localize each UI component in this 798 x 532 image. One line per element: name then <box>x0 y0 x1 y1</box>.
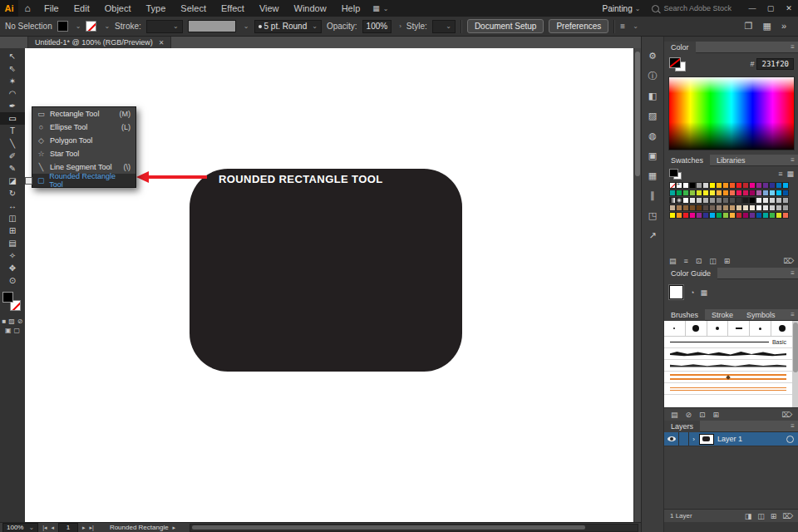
swatch[interactable] <box>736 190 742 196</box>
swatch[interactable] <box>749 212 756 219</box>
swatch[interactable] <box>696 212 702 219</box>
asset-export-icon[interactable]: ↗ <box>644 229 661 241</box>
swatch[interactable] <box>776 190 782 196</box>
swatch[interactable] <box>716 212 722 219</box>
swatch[interactable] <box>769 190 776 196</box>
fill-color-swatch[interactable] <box>57 21 68 32</box>
style-dropdown[interactable]: ⌄ <box>432 20 456 33</box>
menu-view[interactable]: View <box>252 0 287 17</box>
show-swatch-kinds-icon[interactable]: ≡ <box>684 257 688 265</box>
preferences-button[interactable]: Preferences <box>549 19 608 33</box>
mesh-tool[interactable]: ⊞ <box>0 224 25 237</box>
delete-layer-icon[interactable]: ⌦ <box>782 512 793 520</box>
panel-menu-icon[interactable]: ≡ <box>791 422 798 430</box>
swatch[interactable] <box>696 197 702 204</box>
swatch[interactable] <box>749 190 756 196</box>
rotate-tool[interactable]: ↻ <box>0 187 25 200</box>
swatch[interactable] <box>676 204 682 211</box>
swatch[interactable] <box>762 212 769 219</box>
tab-stroke[interactable]: Stroke <box>705 309 740 321</box>
hex-value-field[interactable]: 231f20 <box>756 58 794 70</box>
swatch[interactable] <box>716 197 722 204</box>
swatch[interactable] <box>702 212 709 219</box>
brush-definition-dropdown[interactable]: 5 pt. Round ⌄ <box>254 20 322 33</box>
swatch[interactable] <box>736 182 742 189</box>
swatch[interactable] <box>729 212 736 219</box>
tab-layers[interactable]: Layers <box>664 421 700 432</box>
delete-brush-icon[interactable]: ⌦ <box>781 411 792 419</box>
flyout-item-star-tool[interactable]: ☆Star Tool <box>32 147 135 160</box>
eraser-tool[interactable]: ◪ <box>0 175 25 187</box>
swatch[interactable] <box>669 212 676 219</box>
swatch[interactable] <box>742 204 749 211</box>
graphic-styles-icon[interactable]: ▣ <box>644 150 661 161</box>
appearance-icon[interactable]: ◍ <box>644 130 661 141</box>
flyout-item-rectangle-tool[interactable]: ▭Rectangle Tool(M) <box>32 107 135 121</box>
fill-indicator[interactable] <box>2 292 13 303</box>
flyout-item-polygon-tool[interactable]: ◇Polygon Tool <box>32 134 135 147</box>
opacity-field[interactable]: 100% <box>362 20 392 33</box>
tab-libraries[interactable]: Libraries <box>710 155 752 166</box>
gradient-tool[interactable]: ▤ <box>0 237 25 249</box>
brush-preset[interactable] <box>686 321 707 336</box>
brush-basic[interactable]: Basic <box>664 337 792 348</box>
swatch[interactable] <box>742 197 749 204</box>
more-options-icon[interactable]: ≡ <box>620 22 625 31</box>
direct-selection-tool[interactable]: ⇖ <box>0 62 25 75</box>
swatch[interactable] <box>709 190 716 196</box>
last-artboard-button[interactable]: ▸| <box>90 525 94 531</box>
swatch[interactable] <box>756 197 762 204</box>
swatch[interactable] <box>702 197 709 204</box>
swatch[interactable] <box>762 197 769 204</box>
swatch[interactable] <box>729 197 736 204</box>
swatch[interactable] <box>696 204 702 211</box>
swatch-libraries-icon[interactable]: ▤ <box>669 257 677 265</box>
panel-menu-icon[interactable]: ≡ <box>791 269 798 277</box>
zoom-level-dropdown[interactable]: 100% ⌄ <box>2 523 38 532</box>
swatch[interactable] <box>689 204 696 211</box>
close-button[interactable]: ✕ <box>780 0 798 17</box>
swatch[interactable] <box>776 182 782 189</box>
width-profile-dropdown[interactable] <box>188 20 236 32</box>
properties-icon[interactable]: ⚙ <box>644 50 661 62</box>
swatch[interactable] <box>676 182 682 189</box>
swatch[interactable] <box>682 197 689 204</box>
swatch[interactable] <box>702 182 709 189</box>
selection-tool[interactable]: ↖ <box>0 50 25 62</box>
flyout-item-ellipse-tool[interactable]: ○Ellipse Tool(L) <box>32 121 135 134</box>
swatch[interactable] <box>736 212 742 219</box>
swatch[interactable] <box>676 197 682 204</box>
panel-menu-icon[interactable]: ≡ <box>791 43 798 51</box>
document-grid-icon[interactable]: ▦ <box>762 21 771 32</box>
zoom-tool[interactable]: ⊙ <box>0 274 25 287</box>
hand-tool[interactable]: ✥ <box>0 262 25 274</box>
panel-menu-icon[interactable]: ≡ <box>791 156 798 164</box>
swatch[interactable] <box>716 204 722 211</box>
swatch[interactable] <box>689 190 696 196</box>
swatch[interactable] <box>676 190 682 196</box>
home-icon[interactable]: ⌂ <box>18 2 37 14</box>
grid-view-icon[interactable]: ▦ <box>786 170 794 178</box>
new-brush-icon[interactable]: ⊞ <box>713 411 720 419</box>
status-flyout-icon[interactable]: ▸ <box>173 525 176 531</box>
swatch[interactable] <box>709 197 716 204</box>
info-icon[interactable]: ⓘ <box>644 70 661 81</box>
swatch[interactable] <box>702 190 709 196</box>
eyedropper-tool[interactable]: ✧ <box>0 249 25 262</box>
arrange-documents-icon[interactable]: ▦ <box>372 4 381 12</box>
swatch[interactable] <box>782 190 789 196</box>
menu-help[interactable]: Help <box>334 0 368 17</box>
swatch[interactable] <box>736 197 742 204</box>
stock-search-input[interactable]: Search Adobe Stock <box>652 4 732 12</box>
brush-charcoal-feather[interactable] <box>664 360 792 372</box>
swatch[interactable] <box>742 190 749 196</box>
menu-object[interactable]: Object <box>97 0 139 17</box>
swatch[interactable] <box>709 204 716 211</box>
document-tab[interactable]: Untitled-1* @ 100% (RGB/Preview) ✕ <box>27 37 171 48</box>
restore-button[interactable]: ▢ <box>761 0 780 17</box>
horizontal-scrollbar-thumb[interactable] <box>192 525 585 530</box>
horizontal-scrollbar[interactable] <box>190 524 638 532</box>
color-spectrum[interactable] <box>668 76 795 150</box>
brush-libraries-icon[interactable]: ▤ <box>671 411 678 419</box>
remove-brush-stroke-icon[interactable]: ⊘ <box>686 411 692 419</box>
